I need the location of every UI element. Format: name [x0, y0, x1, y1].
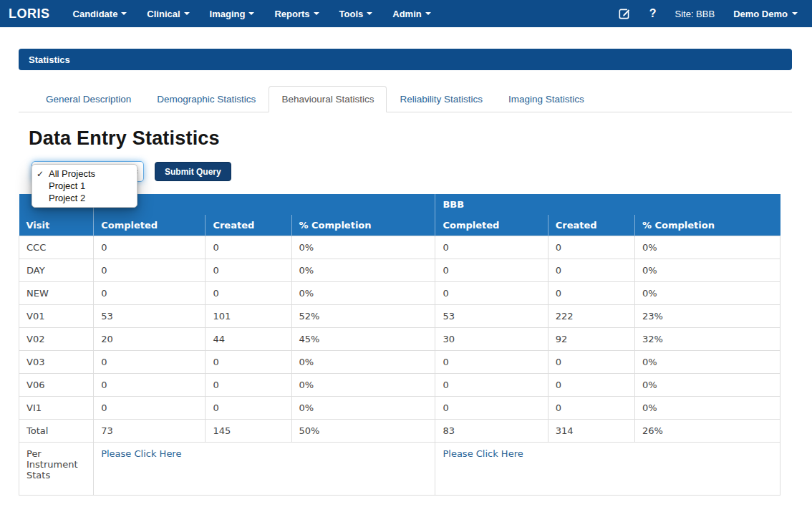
per-instrument-label: Per Instrument Stats: [19, 443, 94, 496]
col-header-created-aaa: Created: [206, 215, 291, 236]
visit-cell: VI1: [19, 397, 94, 420]
table-row: V06 0 0 0% 0 0 0%: [19, 374, 780, 397]
table-row: CCC 0 0 0% 0 0 0%: [19, 236, 780, 259]
stat-cell: 0: [206, 236, 291, 259]
stat-cell: 145: [206, 420, 291, 443]
nav-menu-label: Clinical: [147, 9, 180, 19]
table-row: V03 0 0 0% 0 0 0%: [19, 351, 780, 374]
stat-cell: 73: [94, 420, 206, 443]
stat-cell: 0%: [291, 374, 435, 397]
stat-cell: 0: [548, 282, 634, 305]
col-header-completed-aaa: Completed: [94, 215, 206, 236]
visit-cell: V01: [19, 305, 94, 328]
table-row: DAY 0 0 0% 0 0 0%: [19, 259, 780, 282]
stat-cell: 0: [206, 259, 291, 282]
group-header-bbb: BBB: [435, 194, 780, 215]
stat-cell: 52%: [291, 305, 435, 328]
stat-cell: 0: [94, 282, 206, 305]
user-menu[interactable]: Demo Demo: [733, 9, 798, 19]
visit-cell: V03: [19, 351, 94, 374]
stat-cell: 0%: [634, 282, 780, 305]
stat-cell: 0%: [291, 259, 435, 282]
stat-cell: 0: [206, 351, 291, 374]
stat-cell: 0%: [291, 236, 435, 259]
tab-general-description[interactable]: General Description: [33, 86, 144, 112]
caret-down-icon: [314, 12, 319, 15]
per-instrument-link-bbb[interactable]: Please Click Here: [443, 448, 523, 459]
per-instrument-link-aaa[interactable]: Please Click Here: [101, 448, 181, 459]
stat-cell: 0: [548, 351, 634, 374]
visit-cell: V02: [19, 328, 94, 351]
dropdown-option-all-projects[interactable]: ✓ All Projects: [32, 168, 137, 180]
tab-imaging-statistics[interactable]: Imaging Statistics: [496, 86, 597, 112]
col-header-created-bbb: Created: [548, 215, 634, 236]
nav-menu-tools[interactable]: Tools: [329, 0, 383, 27]
col-header-visit: Visit: [19, 215, 94, 236]
per-instrument-cell-bbb: Please Click Here: [435, 443, 780, 496]
stat-cell: 0%: [634, 259, 780, 282]
caret-down-icon: [248, 12, 254, 15]
stat-cell: 53: [94, 305, 206, 328]
query-controls: Submit Query ✓ All Projects Project 1 Pr…: [19, 161, 793, 194]
caret-down-icon: [367, 12, 372, 15]
stat-cell: 0%: [634, 351, 780, 374]
stat-cell: 92: [548, 328, 634, 351]
caret-down-icon: [121, 12, 127, 15]
nav-menu-imaging[interactable]: Imaging: [200, 0, 265, 27]
stat-cell: 53: [435, 305, 548, 328]
group-header-aaa: AAA: [94, 194, 435, 215]
option-label: Project 2: [49, 193, 85, 203]
col-header-completion-bbb: % Completion: [634, 215, 780, 236]
tab-behavioural-statistics[interactable]: Behavioural Statistics: [269, 86, 387, 112]
table-body: CCC 0 0 0% 0 0 0% DAY 0 0 0% 0 0 0% NEW …: [19, 236, 780, 443]
nav-menu-label: Admin: [392, 9, 421, 19]
tab-demographic-statistics[interactable]: Demographic Statistics: [144, 86, 269, 112]
site-label: Site: BBB: [675, 9, 715, 19]
page-title: Data Entry Statistics: [29, 127, 812, 150]
stat-cell: 0: [94, 351, 206, 374]
help-icon[interactable]: ?: [649, 7, 657, 20]
stat-cell: 50%: [291, 420, 435, 443]
nav-menu-reports[interactable]: Reports: [264, 0, 329, 27]
stat-cell: 0: [435, 282, 548, 305]
feedback-pencil-icon[interactable]: [617, 7, 631, 21]
per-instrument-row: Per Instrument Stats Please Click Here P…: [19, 443, 780, 496]
stat-cell: 0: [435, 236, 548, 259]
tab-reliability-statistics[interactable]: Reliability Statistics: [387, 86, 496, 112]
stat-cell: 0: [206, 374, 291, 397]
stat-cell: 101: [206, 305, 291, 328]
stat-cell: 0%: [634, 236, 780, 259]
submit-query-button[interactable]: Submit Query: [155, 162, 231, 181]
stat-cell: 20: [94, 328, 206, 351]
stat-cell: 0: [435, 351, 548, 374]
nav-menu-admin[interactable]: Admin: [382, 0, 440, 27]
col-header-completion-aaa: % Completion: [291, 215, 435, 236]
visit-cell: Total: [19, 420, 94, 443]
loris-logo[interactable]: LORIS: [9, 6, 50, 21]
stat-cell: 0: [548, 397, 634, 420]
visit-cell: DAY: [19, 259, 94, 282]
stat-cell: 26%: [634, 420, 780, 443]
data-entry-statistics-table-wrap: AAA BBB Visit Completed Created % Comple…: [19, 194, 780, 496]
stat-cell: 83: [435, 420, 548, 443]
visit-cell: CCC: [19, 236, 94, 259]
col-header-completed-bbb: Completed: [435, 215, 548, 236]
top-navbar: LORIS Candidate Clinical Imaging Reports…: [0, 0, 812, 27]
nav-menu-label: Reports: [274, 9, 309, 19]
nav-menu-candidate[interactable]: Candidate: [63, 0, 137, 27]
nav-menu-label: Tools: [339, 9, 364, 19]
stat-cell: 0%: [291, 282, 435, 305]
project-dropdown-menu: ✓ All Projects Project 1 Project 2: [32, 164, 137, 208]
nav-menu-label: Imaging: [210, 9, 246, 19]
table-row: NEW 0 0 0% 0 0 0%: [19, 282, 780, 305]
stat-cell: 0%: [291, 351, 435, 374]
stat-cell: 23%: [634, 305, 780, 328]
dropdown-option-project-1[interactable]: Project 1: [32, 180, 137, 192]
caret-down-icon: [425, 12, 431, 15]
dropdown-option-project-2[interactable]: Project 2: [32, 192, 137, 204]
breadcrumb-statistics-link[interactable]: Statistics: [29, 54, 70, 65]
stat-cell: 222: [548, 305, 634, 328]
stat-cell: 0: [206, 397, 291, 420]
nav-menu-label: Candidate: [73, 9, 118, 19]
nav-menu-clinical[interactable]: Clinical: [137, 0, 199, 27]
